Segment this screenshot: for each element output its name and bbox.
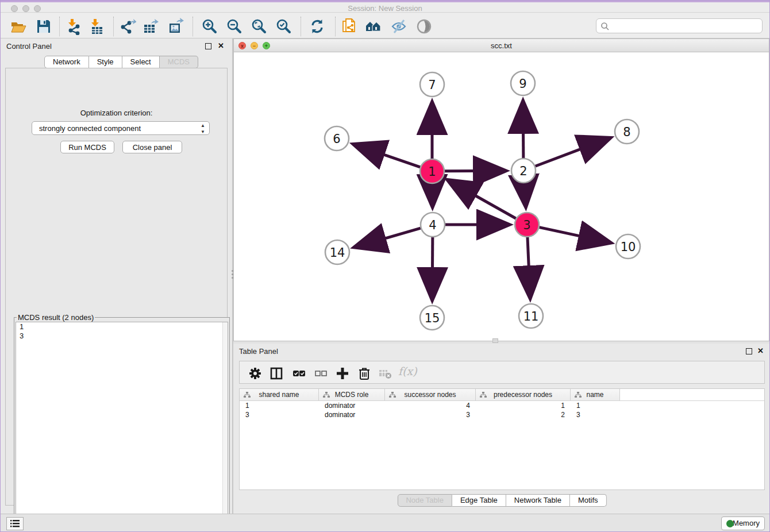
graph-edge-3-11[interactable] xyxy=(528,237,530,297)
tab-edge-table[interactable]: Edge Table xyxy=(452,494,506,507)
show-column-icon[interactable] xyxy=(269,366,284,381)
table-toolbar: f(x) xyxy=(239,361,765,384)
graph-edge-3-10[interactable] xyxy=(540,228,610,242)
open-session-icon[interactable] xyxy=(10,18,27,35)
tab-network-table[interactable]: Network Table xyxy=(506,494,570,507)
table-cell[interactable]: 1 xyxy=(476,401,571,410)
column-header-shared-name[interactable]: shared name xyxy=(240,389,319,400)
table-cell[interactable]: dominator xyxy=(319,401,385,410)
window-titlebar: Session: New Session xyxy=(1,1,769,13)
mcds-panel: Optimization criterion: strongly connect… xyxy=(5,68,228,506)
graph-node-label-14: 14 xyxy=(330,246,345,260)
float-panel-icon[interactable] xyxy=(746,348,752,354)
export-table-icon[interactable] xyxy=(142,18,159,35)
application-window: Session: New Session xyxy=(0,0,770,532)
mcds-result-textarea[interactable]: 13 xyxy=(16,322,228,527)
first-neighbors-icon[interactable] xyxy=(365,18,382,35)
search-input[interactable] xyxy=(613,20,759,32)
close-panel-button[interactable]: Close panel xyxy=(122,141,182,153)
zoom-out-icon[interactable] xyxy=(225,18,242,35)
network-window-titlebar: x − + scc.txt xyxy=(234,39,769,52)
mcds-result-line: 3 xyxy=(16,331,228,341)
table-cell[interactable]: 3 xyxy=(571,410,620,419)
table-cell[interactable]: 1 xyxy=(240,401,319,410)
list-icon xyxy=(7,518,23,530)
graph-node-label-10: 10 xyxy=(621,240,636,254)
column-header-successor-nodes[interactable]: successor nodes xyxy=(385,389,476,400)
node-table-body: 1dominator4113dominator323 xyxy=(240,401,764,419)
graph-node-label-3: 3 xyxy=(523,218,530,232)
duplicate-network-icon[interactable] xyxy=(341,18,358,35)
zoom-selected-icon[interactable] xyxy=(275,18,292,35)
import-network-icon[interactable] xyxy=(65,18,82,35)
table-settings-icon[interactable] xyxy=(248,366,263,381)
table-cell[interactable]: dominator xyxy=(319,410,385,419)
graph-edge-2-3[interactable] xyxy=(524,183,525,206)
main-toolbar xyxy=(1,13,769,38)
column-header-predecessor-nodes[interactable]: predecessor nodes xyxy=(476,389,571,400)
tab-mcds[interactable]: MCDS xyxy=(160,56,198,68)
graph-edge-2-8[interactable] xyxy=(536,138,610,167)
export-network-icon[interactable] xyxy=(119,18,136,35)
delete-row-icon[interactable] xyxy=(357,366,372,381)
refresh-layout-icon[interactable] xyxy=(309,18,326,35)
show-all-icon[interactable] xyxy=(415,18,433,35)
column-header-label: predecessor nodes xyxy=(494,391,552,399)
delete-table-icon[interactable] xyxy=(378,366,392,381)
export-image-icon[interactable] xyxy=(167,18,184,35)
window-title: Session: New Session xyxy=(1,4,769,13)
memory-status-icon xyxy=(726,520,734,527)
run-mcds-button[interactable]: Run MCDS xyxy=(60,141,114,153)
memory-label: Memory xyxy=(733,519,760,527)
table-cell[interactable]: 1 xyxy=(571,401,620,410)
column-header-name[interactable]: name xyxy=(571,389,620,400)
control-panel-header: Control Panel ✕ xyxy=(1,38,232,55)
zoom-fit-icon[interactable] xyxy=(250,18,267,35)
result-scrollbar[interactable] xyxy=(222,322,228,527)
table-cell[interactable]: 2 xyxy=(476,410,571,419)
select-stepper-icon: ▲▼ xyxy=(201,122,205,135)
select-all-icon[interactable] xyxy=(291,366,306,381)
horizontal-splitter-grip[interactable] xyxy=(492,338,498,343)
table-cell[interactable]: 4 xyxy=(385,401,476,410)
table-cell[interactable]: 3 xyxy=(385,410,476,419)
tab-network[interactable]: Network xyxy=(44,56,89,68)
tab-style[interactable]: Style xyxy=(89,56,122,68)
tab-select[interactable]: Select xyxy=(122,56,160,68)
network-graph-canvas[interactable]: 7968124314101511 xyxy=(234,52,769,341)
graph-node-label-1: 1 xyxy=(428,165,436,179)
float-panel-icon[interactable] xyxy=(205,43,211,49)
tab-node-table[interactable]: Node Table xyxy=(397,494,452,507)
close-panel-icon[interactable]: ✕ xyxy=(757,346,764,355)
graph-node-label-7: 7 xyxy=(428,78,436,92)
network-window-title: scc.txt xyxy=(234,41,769,50)
table-row[interactable]: 3dominator323 xyxy=(240,410,764,419)
table-row[interactable]: 1dominator411 xyxy=(240,401,764,410)
close-panel-icon[interactable]: ✕ xyxy=(218,41,224,50)
column-header-label: MCDS role xyxy=(335,391,369,399)
column-header-MCDS-role[interactable]: MCDS role xyxy=(319,389,385,400)
table-cell[interactable]: 3 xyxy=(240,410,319,419)
table-panel: Table Panel ✕ xyxy=(233,344,770,514)
memory-button[interactable]: Memory xyxy=(721,516,765,530)
graph-edge-1-2[interactable] xyxy=(445,171,505,171)
zoom-in-icon[interactable] xyxy=(201,18,218,35)
save-session-icon[interactable] xyxy=(35,18,52,35)
graph-node-label-6: 6 xyxy=(333,132,340,146)
graph-edge-4-14[interactable] xyxy=(356,228,421,247)
add-row-icon[interactable] xyxy=(335,366,350,381)
status-bar: Memory xyxy=(1,514,769,532)
tab-motifs[interactable]: Motifs xyxy=(570,494,607,507)
optimization-criterion-select[interactable]: strongly connected component ▲▼ xyxy=(32,121,210,135)
import-table-icon[interactable] xyxy=(88,18,105,35)
deselect-all-icon[interactable] xyxy=(313,366,328,381)
graph-edge-3-1[interactable] xyxy=(449,180,516,218)
control-panel: Control Panel ✕ NetworkStyleSelectMCDS O… xyxy=(1,38,232,514)
graph-edge-4-15[interactable] xyxy=(432,237,433,299)
graph-edge-1-6[interactable] xyxy=(355,145,420,167)
function-builder-icon[interactable]: f(x) xyxy=(398,365,413,380)
graph-edge-2-9[interactable] xyxy=(523,102,523,158)
hide-selected-icon[interactable] xyxy=(390,18,407,35)
task-history-button[interactable] xyxy=(6,517,24,530)
mcds-result-groupbox: MCDS result (2 nodes) 13 xyxy=(14,313,230,532)
